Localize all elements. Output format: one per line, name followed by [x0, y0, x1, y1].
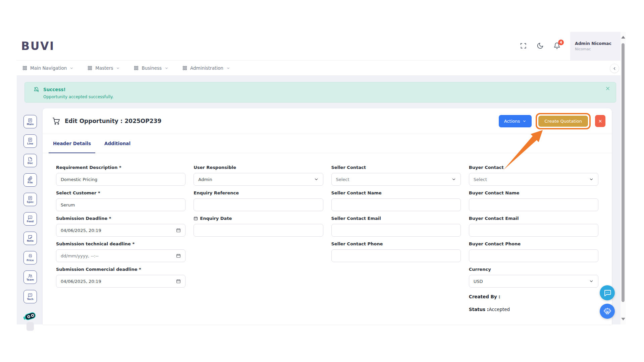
sidebar-item-doc[interactable]: Doc — [23, 154, 37, 167]
submission-deadline-input[interactable]: 04/06/2025, 20:19 — [56, 224, 185, 237]
user-organization: Nicomac — [575, 47, 621, 51]
seller-contact-phone-input[interactable] — [331, 249, 461, 262]
grid-icon — [22, 66, 27, 70]
field-buyer-contact: Buyer Contact Select — [469, 165, 598, 186]
created-by-line: Created By : — [469, 292, 598, 301]
field-label: Select Customer * — [56, 190, 185, 195]
sidebar-item-price[interactable]: Price — [23, 251, 37, 264]
nav-business[interactable]: Business — [134, 65, 168, 71]
user-menu[interactable]: Admin Nicomac Nicomac — [570, 32, 621, 60]
file-page-icon — [28, 157, 33, 162]
buyer-contact-select[interactable]: Select — [469, 173, 598, 186]
tab-additional[interactable]: Additional — [100, 134, 135, 153]
grid-icon — [182, 66, 187, 70]
field-label: Seller Contact — [331, 165, 461, 170]
edit-opportunity-card: Edit Opportunity : 2025OP239 Actions Cre… — [43, 108, 612, 324]
sidebar-item-spec[interactable]: Spec — [23, 193, 37, 206]
field-enquiry-reference: Enquiry Reference — [194, 190, 323, 212]
select-value: USD — [474, 279, 483, 284]
field-label: Buyer Contact Email — [469, 216, 598, 221]
field-label: User Responsible — [194, 165, 323, 170]
chevron-down-icon — [589, 279, 594, 284]
tab-header-details[interactable]: Header Details — [49, 134, 95, 153]
close-button[interactable] — [595, 115, 605, 127]
alert-close-icon[interactable] — [605, 86, 610, 91]
enquiry-reference-input[interactable] — [194, 198, 323, 211]
document-lines-icon — [28, 137, 33, 142]
submission-commercial-deadline-input[interactable]: 04/06/2025, 20:19 — [56, 275, 185, 288]
rail-label: Line — [27, 142, 33, 145]
field-label: Seller Contact Email — [331, 216, 461, 221]
rail-label: File — [28, 181, 33, 184]
chevron-down-icon — [589, 177, 594, 182]
buyer-contact-email-input[interactable] — [469, 224, 598, 237]
field-submission-deadline: Submission Deadline * 04/06/2025, 20:19 — [56, 216, 185, 237]
tab-bar: Header Details Additional — [43, 134, 612, 153]
select-customer-input[interactable] — [56, 198, 185, 211]
status-value: Accepted — [489, 307, 510, 312]
sidebar-item-line[interactable]: Line — [23, 134, 37, 148]
sidebar-item-tech[interactable]: Tech — [23, 290, 37, 303]
nav-masters[interactable]: Masters — [88, 65, 120, 71]
chat-fab-button[interactable] — [600, 285, 615, 300]
dark-mode-button[interactable] — [537, 42, 545, 50]
scrollbar-down-arrow[interactable] — [621, 318, 625, 320]
sidebar-item-file[interactable]: File — [23, 173, 37, 187]
currency-select[interactable]: USD — [469, 275, 598, 288]
field-label: Buyer Contact Phone — [469, 241, 598, 246]
seller-contact-select[interactable]: Select — [331, 173, 461, 186]
robot-fab-button[interactable] — [600, 304, 615, 319]
rail-label: Spec — [27, 201, 34, 203]
calendar-icon — [194, 216, 198, 221]
create-quotation-button[interactable]: Create Quotation — [538, 116, 588, 127]
chat-square-icon — [28, 293, 33, 298]
field-requirement-description: Requirement Description * — [56, 165, 185, 186]
calendar-icon — [176, 228, 181, 233]
buyer-contact-name-input[interactable] — [469, 198, 598, 211]
grid-icon — [134, 66, 139, 70]
field-submission-technical-deadline: Submission technical deadline * dd/mm/yy… — [56, 241, 185, 263]
scrollbar[interactable] — [621, 32, 626, 324]
success-alert: Success! Opportunity accepted successful… — [24, 82, 616, 103]
enquiry-date-input[interactable] — [194, 224, 323, 237]
robot-mascot-icon[interactable] — [23, 311, 38, 331]
user-responsible-select[interactable]: Admin — [194, 173, 323, 186]
nav-main-navigation[interactable]: Main Navigation — [22, 65, 73, 71]
fullscreen-button[interactable] — [520, 42, 528, 50]
buyer-contact-phone-input[interactable] — [469, 249, 598, 262]
rail-label: Team — [26, 279, 34, 281]
nav-administration[interactable]: Administration — [182, 65, 230, 71]
field-label: Seller Contact Phone — [331, 241, 461, 246]
sidebar-item-note[interactable]: Note — [23, 232, 37, 245]
top-bar: BUVI 4 — [17, 32, 621, 60]
field-seller-contact: Seller Contact Select — [331, 165, 461, 186]
robot-icon — [603, 307, 611, 315]
app-window: BUVI 4 — [17, 32, 621, 324]
sidebar-item-team[interactable]: Team — [23, 270, 37, 284]
sidebar-item-feed[interactable]: Feed — [23, 212, 37, 226]
scrollbar-up-arrow[interactable] — [621, 36, 625, 39]
sidebar-item-main[interactable]: Main — [23, 115, 37, 128]
created-by-label: Created By : — [469, 294, 500, 299]
notifications-button[interactable]: 4 — [553, 42, 561, 50]
rail-label: Main — [27, 123, 34, 126]
header-actions: Actions Create Quotation — [499, 113, 605, 129]
document-lines-icon — [28, 196, 33, 200]
chat-bubble-icon — [603, 289, 611, 297]
seller-contact-email-input[interactable] — [331, 224, 461, 237]
requirement-description-input[interactable] — [56, 173, 185, 186]
chevron-down-icon — [165, 66, 168, 70]
scrollbar-thumb[interactable] — [622, 43, 625, 302]
field-label: Seller Contact Name — [331, 190, 461, 195]
seller-contact-name-input[interactable] — [331, 198, 461, 211]
tab-label: Header Details — [53, 141, 91, 146]
nav-label: Masters — [95, 65, 113, 71]
select-value: Admin — [198, 177, 212, 182]
mascot-body — [26, 322, 34, 331]
close-icon — [598, 119, 602, 123]
message-alert-icon — [28, 215, 33, 220]
nav-label: Administration — [190, 65, 223, 71]
submission-technical-deadline-input[interactable]: dd/mm/yyyy, --:-- — [56, 249, 185, 262]
menu-collapse-button[interactable] — [610, 64, 619, 73]
actions-button[interactable]: Actions — [499, 115, 532, 127]
